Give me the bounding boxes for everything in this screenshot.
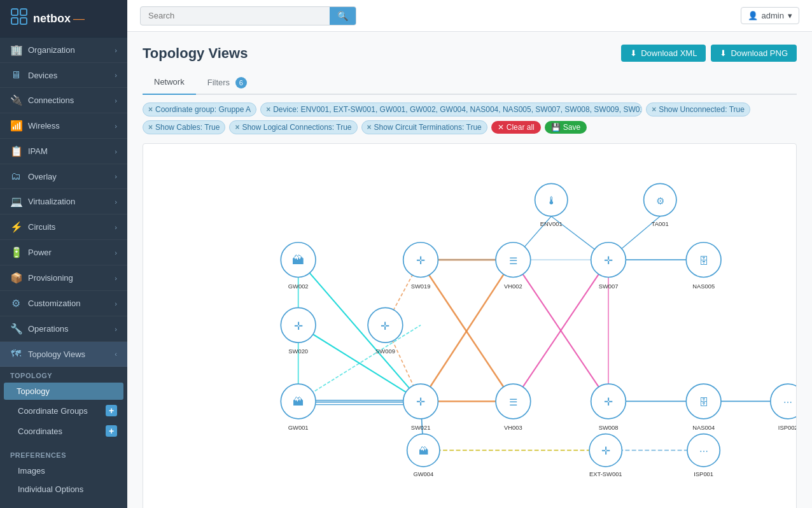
svg-rect-1 [20, 9, 27, 15]
filter-coord-group[interactable]: × Coordinate group: Gruppe A [143, 102, 256, 116]
power-chevron: › [115, 249, 117, 257]
svg-text:ISP001: ISP001 [694, 470, 713, 477]
node-SW007[interactable]: ✛ SW007 [591, 243, 626, 290]
node-SW019[interactable]: ✛ SW019 [403, 243, 438, 290]
filter-device-remove[interactable]: × [266, 105, 270, 114]
node-SW020[interactable]: ✛ SW020 [281, 307, 316, 355]
coordinates-add-button[interactable]: + [106, 425, 117, 437]
sidebar-sub-item-coordinate-groups[interactable]: Coordinate Groups + [0, 400, 127, 421]
svg-text:✛: ✛ [601, 445, 610, 457]
node-ISP001[interactable]: ⋯ ISP001 [687, 434, 720, 478]
clear-all-button[interactable]: ✕ Clear all [491, 121, 541, 134]
organization-chevron: › [115, 46, 117, 54]
operations-icon: 🔧 [10, 323, 22, 335]
sidebar-item-customization[interactable]: ⚙ Customization › [0, 291, 127, 316]
individual-options-label: Individual Options [18, 484, 83, 494]
topology-canvas[interactable]: 🏔 GW002 ✛ SW019 ☰ VH002 [143, 143, 797, 508]
filter-show-circuit-text: Show Circuit Terminations: True [374, 123, 482, 132]
header-actions: ⬇ Download XML ⬇ Download PNG [621, 45, 797, 62]
node-GW002[interactable]: 🏔 GW002 [281, 243, 316, 290]
user-dropdown-icon: ▾ [788, 11, 792, 20]
search-input[interactable] [141, 7, 330, 24]
svg-text:🗄: 🗄 [699, 255, 708, 266]
filter-show-circuit[interactable]: × Show Circuit Terminations: True [361, 120, 487, 134]
coordinate-groups-add-button[interactable]: + [106, 405, 117, 416]
sidebar-sub-item-images[interactable]: Images [0, 462, 127, 480]
sidebar-item-devices[interactable]: 🖥 Devices › [0, 63, 127, 88]
node-EXT-SW001[interactable]: ✛ EXT-SW001 [589, 434, 622, 478]
sidebar-item-operations[interactable]: 🔧 Operations › [0, 316, 127, 342]
user-label: admin [762, 11, 784, 20]
svg-rect-0 [11, 9, 18, 15]
node-VH003[interactable]: ☰ VH003 [496, 384, 531, 431]
svg-text:VH002: VH002 [504, 283, 522, 290]
coordinates-label: Coordinates [18, 427, 62, 436]
filter-show-unconnected-remove[interactable]: × [652, 105, 656, 114]
node-TA001[interactable]: ⚙ TA001 [644, 183, 676, 227]
sidebar-logo: netbox — [0, 0, 127, 38]
page-header: Topology Views ⬇ Download XML ⬇ Download… [143, 45, 797, 62]
wireless-chevron: › [115, 122, 117, 130]
virtualization-label: Virtualization [28, 197, 75, 206]
user-menu-button[interactable]: 👤 admin ▾ [741, 7, 799, 24]
filter-show-cables[interactable]: × Show Cables: True [143, 120, 225, 134]
node-SW009[interactable]: ✛ SW009 [368, 307, 403, 355]
sidebar-item-overlay[interactable]: 🗂 Overlay › [0, 164, 127, 189]
download-xml-button[interactable]: ⬇ Download XML [621, 45, 706, 62]
svg-text:🏔: 🏔 [292, 253, 304, 267]
tab-filters[interactable]: Filters 6 [196, 72, 258, 95]
tab-network[interactable]: Network [143, 72, 196, 95]
node-GW001[interactable]: 🏔 GW001 [281, 384, 316, 431]
sidebar-sub-item-individual-options[interactable]: Individual Options [0, 480, 127, 498]
node-VH002[interactable]: ☰ VH002 [496, 243, 531, 290]
circuits-label: Circuits [28, 222, 55, 232]
devices-icon: 🖥 [10, 69, 22, 81]
filter-show-cables-remove[interactable]: × [148, 123, 153, 132]
node-ENV001[interactable]: 🌡 ENV001 [535, 183, 568, 227]
sidebar-item-ipam[interactable]: 📋 IPAM › [0, 139, 127, 164]
node-SW021[interactable]: ✛ SW021 [403, 384, 438, 431]
organization-icon: 🏢 [10, 44, 22, 56]
sidebar-item-organization[interactable]: 🏢 Organization › [0, 38, 127, 63]
filter-coord-group-text: Coordinate group: Gruppe A [155, 105, 251, 114]
topology-section-title: TOPOLOGY [0, 367, 127, 382]
svg-text:GW001: GW001 [288, 424, 309, 431]
sidebar-item-virtualization[interactable]: 💻 Virtualization › [0, 189, 127, 215]
sidebar-item-power[interactable]: 🔋 Power › [0, 240, 127, 265]
node-SW008[interactable]: ✛ SW008 [591, 384, 626, 431]
save-label: Save [563, 123, 580, 132]
node-NAS005[interactable]: 🗄 NAS005 [686, 243, 721, 290]
sidebar-item-provisioning[interactable]: 📦 Provisioning › [0, 265, 127, 291]
filter-device[interactable]: × Device: ENV001, EXT-SW001, GW001, GW00… [260, 102, 642, 116]
sidebar-item-wireless[interactable]: 📶 Wireless › [0, 113, 127, 139]
filter-show-cables-text: Show Cables: True [155, 123, 220, 132]
svg-text:🗄: 🗄 [699, 397, 708, 407]
sidebar-item-topology-views[interactable]: 🗺 Topology Views ‹ [0, 342, 127, 367]
svg-text:⚙: ⚙ [656, 195, 664, 206]
svg-text:✛: ✛ [604, 396, 613, 408]
filter-show-unconnected[interactable]: × Show Unconnected: True [646, 102, 750, 116]
filter-show-unconnected-text: Show Unconnected: True [659, 105, 745, 114]
customization-icon: ⚙ [10, 297, 22, 309]
filter-coord-group-remove[interactable]: × [148, 105, 153, 114]
filter-show-logical[interactable]: × Show Logical Connections: True [229, 120, 357, 134]
tabs-bar: Network Filters 6 [143, 72, 797, 95]
sidebar-sub-item-coordinates[interactable]: Coordinates + [0, 421, 127, 441]
devices-label: Devices [28, 71, 57, 80]
sidebar: netbox — 🏢 Organization › 🖥 Devices › 🔌 … [0, 0, 127, 508]
filter-show-logical-remove[interactable]: × [235, 123, 239, 132]
sidebar-item-circuits[interactable]: ⚡ Circuits › [0, 215, 127, 240]
sidebar-item-connections[interactable]: 🔌 Connections › [0, 88, 127, 113]
svg-text:✛: ✛ [294, 320, 303, 332]
download-png-button[interactable]: ⬇ Download PNG [711, 45, 797, 62]
node-ISP002[interactable]: ⋯ ISP002 [771, 384, 796, 431]
filter-show-circuit-remove[interactable]: × [367, 123, 372, 132]
sidebar-sub-item-topology[interactable]: Topology [4, 383, 123, 400]
node-GW004[interactable]: 🏔 GW004 [407, 434, 440, 478]
node-NAS004[interactable]: 🗄 NAS004 [686, 384, 721, 431]
save-button[interactable]: 💾 Save [545, 121, 587, 134]
devices-chevron: › [115, 71, 117, 79]
search-button[interactable]: 🔍 [330, 7, 356, 25]
svg-text:NAS004: NAS004 [692, 424, 715, 431]
power-label: Power [28, 248, 52, 257]
